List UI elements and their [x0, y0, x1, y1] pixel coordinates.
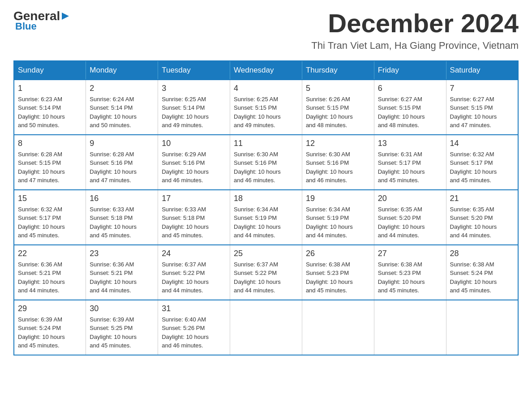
calendar-cell: 17 Sunrise: 6:33 AMSunset: 5:18 PMDaylig… [158, 190, 230, 245]
day-number: 14 [450, 139, 514, 148]
day-info: Sunrise: 6:32 AMSunset: 5:17 PMDaylight:… [18, 205, 82, 240]
calendar-cell: 4 Sunrise: 6:25 AMSunset: 5:15 PMDayligh… [230, 80, 302, 135]
day-number: 13 [378, 139, 442, 148]
day-number: 30 [90, 304, 154, 313]
day-info: Sunrise: 6:28 AMSunset: 5:15 PMDaylight:… [18, 150, 82, 185]
month-title: December 2024 [311, 9, 519, 38]
header-friday: Friday [374, 61, 446, 80]
calendar-cell: 7 Sunrise: 6:27 AMSunset: 5:15 PMDayligh… [446, 80, 518, 135]
calendar-cell: 3 Sunrise: 6:25 AMSunset: 5:14 PMDayligh… [158, 80, 230, 135]
day-number: 10 [162, 139, 226, 148]
day-number: 4 [234, 84, 298, 93]
day-info: Sunrise: 6:37 AMSunset: 5:22 PMDaylight:… [162, 260, 226, 295]
calendar-cell: 25 Sunrise: 6:37 AMSunset: 5:22 PMDaylig… [230, 245, 302, 300]
calendar-cell: 31 Sunrise: 6:40 AMSunset: 5:26 PMDaylig… [158, 300, 230, 355]
day-number: 26 [306, 249, 370, 258]
day-number: 19 [306, 194, 370, 203]
day-info: Sunrise: 6:35 AMSunset: 5:20 PMDaylight:… [450, 205, 514, 240]
calendar-table: SundayMondayTuesdayWednesdayThursdayFrid… [13, 60, 519, 355]
day-number: 7 [450, 84, 514, 93]
calendar-cell: 13 Sunrise: 6:31 AMSunset: 5:17 PMDaylig… [374, 135, 446, 190]
header-saturday: Saturday [446, 61, 518, 80]
day-number: 2 [90, 84, 154, 93]
page-header: General Blue December 2024 Thi Tran Viet… [13, 9, 519, 51]
day-info: Sunrise: 6:25 AMSunset: 5:14 PMDaylight:… [162, 95, 226, 130]
calendar-cell: 23 Sunrise: 6:36 AMSunset: 5:21 PMDaylig… [86, 245, 158, 300]
day-number: 25 [234, 249, 298, 258]
calendar-cell: 16 Sunrise: 6:33 AMSunset: 5:18 PMDaylig… [86, 190, 158, 245]
calendar-cell: 2 Sunrise: 6:24 AMSunset: 5:14 PMDayligh… [86, 80, 158, 135]
day-info: Sunrise: 6:33 AMSunset: 5:18 PMDaylight:… [90, 205, 154, 240]
calendar-cell: 20 Sunrise: 6:35 AMSunset: 5:20 PMDaylig… [374, 190, 446, 245]
svg-marker-0 [62, 13, 69, 20]
day-info: Sunrise: 6:33 AMSunset: 5:18 PMDaylight:… [162, 205, 226, 240]
logo: General Blue [13, 9, 70, 32]
day-number: 8 [18, 139, 82, 148]
day-number: 31 [162, 304, 226, 313]
calendar-cell: 11 Sunrise: 6:30 AMSunset: 5:16 PMDaylig… [230, 135, 302, 190]
day-info: Sunrise: 6:29 AMSunset: 5:16 PMDaylight:… [162, 150, 226, 185]
day-number: 18 [234, 194, 298, 203]
day-info: Sunrise: 6:38 AMSunset: 5:23 PMDaylight:… [306, 260, 370, 295]
day-info: Sunrise: 6:32 AMSunset: 5:17 PMDaylight:… [450, 150, 514, 185]
day-info: Sunrise: 6:36 AMSunset: 5:21 PMDaylight:… [18, 260, 82, 295]
day-info: Sunrise: 6:34 AMSunset: 5:19 PMDaylight:… [234, 205, 298, 240]
calendar-cell: 24 Sunrise: 6:37 AMSunset: 5:22 PMDaylig… [158, 245, 230, 300]
calendar-cell: 30 Sunrise: 6:39 AMSunset: 5:25 PMDaylig… [86, 300, 158, 355]
day-info: Sunrise: 6:26 AMSunset: 5:15 PMDaylight:… [306, 95, 370, 130]
day-info: Sunrise: 6:31 AMSunset: 5:17 PMDaylight:… [378, 150, 442, 185]
day-info: Sunrise: 6:39 AMSunset: 5:24 PMDaylight:… [18, 315, 82, 350]
day-number: 1 [18, 84, 82, 93]
day-info: Sunrise: 6:37 AMSunset: 5:22 PMDaylight:… [234, 260, 298, 295]
calendar-cell: 22 Sunrise: 6:36 AMSunset: 5:21 PMDaylig… [14, 245, 86, 300]
calendar-cell: 18 Sunrise: 6:34 AMSunset: 5:19 PMDaylig… [230, 190, 302, 245]
calendar-week-row: 1 Sunrise: 6:23 AMSunset: 5:14 PMDayligh… [14, 80, 518, 135]
header-tuesday: Tuesday [158, 61, 230, 80]
day-info: Sunrise: 6:28 AMSunset: 5:16 PMDaylight:… [90, 150, 154, 185]
calendar-cell: 15 Sunrise: 6:32 AMSunset: 5:17 PMDaylig… [14, 190, 86, 245]
calendar-cell [446, 300, 518, 355]
calendar-cell: 29 Sunrise: 6:39 AMSunset: 5:24 PMDaylig… [14, 300, 86, 355]
day-number: 3 [162, 84, 226, 93]
day-number: 28 [450, 249, 514, 258]
day-info: Sunrise: 6:38 AMSunset: 5:23 PMDaylight:… [378, 260, 442, 295]
day-number: 16 [90, 194, 154, 203]
calendar-cell: 12 Sunrise: 6:30 AMSunset: 5:16 PMDaylig… [302, 135, 374, 190]
title-section: December 2024 Thi Tran Viet Lam, Ha Gian… [311, 9, 519, 51]
day-info: Sunrise: 6:35 AMSunset: 5:20 PMDaylight:… [378, 205, 442, 240]
calendar-cell: 8 Sunrise: 6:28 AMSunset: 5:15 PMDayligh… [14, 135, 86, 190]
calendar-cell: 10 Sunrise: 6:29 AMSunset: 5:16 PMDaylig… [158, 135, 230, 190]
header-monday: Monday [86, 61, 158, 80]
calendar-cell: 14 Sunrise: 6:32 AMSunset: 5:17 PMDaylig… [446, 135, 518, 190]
calendar-header-row: SundayMondayTuesdayWednesdayThursdayFrid… [14, 61, 518, 80]
calendar-week-row: 15 Sunrise: 6:32 AMSunset: 5:17 PMDaylig… [14, 190, 518, 245]
logo-blue-text: Blue [15, 21, 37, 32]
day-number: 22 [18, 249, 82, 258]
calendar-cell: 6 Sunrise: 6:27 AMSunset: 5:15 PMDayligh… [374, 80, 446, 135]
day-number: 17 [162, 194, 226, 203]
day-number: 27 [378, 249, 442, 258]
calendar-cell: 5 Sunrise: 6:26 AMSunset: 5:15 PMDayligh… [302, 80, 374, 135]
day-info: Sunrise: 6:24 AMSunset: 5:14 PMDaylight:… [90, 95, 154, 130]
day-number: 23 [90, 249, 154, 258]
day-number: 6 [378, 84, 442, 93]
calendar-week-row: 29 Sunrise: 6:39 AMSunset: 5:24 PMDaylig… [14, 300, 518, 355]
header-thursday: Thursday [302, 61, 374, 80]
calendar-cell: 19 Sunrise: 6:34 AMSunset: 5:19 PMDaylig… [302, 190, 374, 245]
calendar-cell [374, 300, 446, 355]
header-wednesday: Wednesday [230, 61, 302, 80]
calendar-cell [230, 300, 302, 355]
calendar-cell [302, 300, 374, 355]
day-info: Sunrise: 6:27 AMSunset: 5:15 PMDaylight:… [450, 95, 514, 130]
day-number: 5 [306, 84, 370, 93]
day-info: Sunrise: 6:30 AMSunset: 5:16 PMDaylight:… [234, 150, 298, 185]
day-info: Sunrise: 6:25 AMSunset: 5:15 PMDaylight:… [234, 95, 298, 130]
day-number: 20 [378, 194, 442, 203]
calendar-cell: 26 Sunrise: 6:38 AMSunset: 5:23 PMDaylig… [302, 245, 374, 300]
calendar-week-row: 22 Sunrise: 6:36 AMSunset: 5:21 PMDaylig… [14, 245, 518, 300]
calendar-cell: 9 Sunrise: 6:28 AMSunset: 5:16 PMDayligh… [86, 135, 158, 190]
day-number: 21 [450, 194, 514, 203]
calendar-cell: 27 Sunrise: 6:38 AMSunset: 5:23 PMDaylig… [374, 245, 446, 300]
calendar-cell: 28 Sunrise: 6:38 AMSunset: 5:24 PMDaylig… [446, 245, 518, 300]
day-info: Sunrise: 6:40 AMSunset: 5:26 PMDaylight:… [162, 315, 226, 350]
